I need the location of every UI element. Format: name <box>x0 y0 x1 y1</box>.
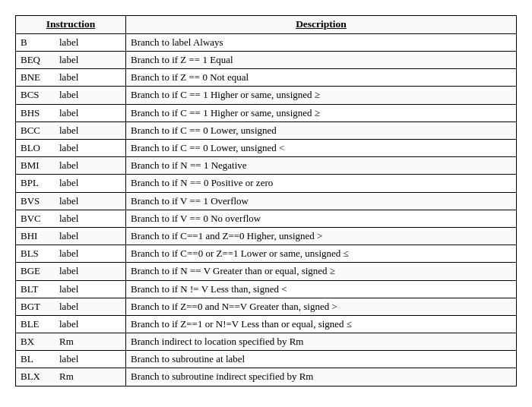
instruction-mnemonic: BMI <box>21 159 47 172</box>
table-row: BHSlabelBranch to if C == 1 Higher or sa… <box>16 104 517 121</box>
instruction-cell: BLSlabel <box>16 245 126 263</box>
instruction-cell: BLOlabel <box>16 140 126 157</box>
instruction-mnemonic: BHI <box>21 229 47 243</box>
description-cell: Branch to if Z == 1 Equal <box>126 52 517 69</box>
table-row: BGTlabelBranch to if Z==0 and N==V Great… <box>16 298 517 315</box>
description-cell: Branch to if C == 1 Higher or same, unsi… <box>126 87 517 104</box>
instruction-mnemonic: BLT <box>21 282 47 296</box>
description-cell: Branch to if Z==0 and N==V Greater than,… <box>126 298 517 315</box>
table-row: BNElabelBranch to if Z == 0 Not equal <box>16 69 517 87</box>
instruction-mnemonic: BNE <box>21 71 47 84</box>
table-row: BCClabelBranch to if C == 0 Lower, unsig… <box>16 121 517 139</box>
description-cell: Branch to if N == 0 Positive or zero <box>126 175 517 192</box>
instruction-operand: label <box>59 300 78 314</box>
instruction-operand: label <box>59 176 78 190</box>
description-cell: Branch to if C == 0 Lower, unsigned < <box>126 140 517 157</box>
instruction-cell: BGTlabel <box>16 298 126 315</box>
instruction-operand: label <box>59 106 78 120</box>
instruction-operand: label <box>59 194 78 208</box>
instruction-operand: label <box>59 317 78 331</box>
instruction-cell: BPLlabel <box>16 175 126 192</box>
instruction-mnemonic: BL <box>21 352 47 366</box>
instruction-operand: label <box>59 141 78 155</box>
instruction-cell: BEQlabel <box>16 52 126 69</box>
instruction-table: Instruction Description BlabelBranch to … <box>15 15 517 386</box>
description-cell: Branch to subroutine indirect specified … <box>126 368 517 386</box>
header-description: Description <box>126 16 517 34</box>
instruction-operand: label <box>59 247 78 260</box>
instruction-mnemonic: BLX <box>21 370 47 383</box>
instruction-cell: BHIlabel <box>16 227 126 245</box>
table-row: BHIlabelBranch to if C==1 and Z==0 Highe… <box>16 227 517 245</box>
instruction-cell: BLlabel <box>16 351 126 368</box>
instruction-cell: BNElabel <box>16 69 126 87</box>
instruction-mnemonic: BX <box>21 335 47 349</box>
instruction-mnemonic: BHS <box>21 106 47 120</box>
description-cell: Branch to subroutine at label <box>126 351 517 368</box>
instruction-operand: label <box>59 159 78 172</box>
instruction-operand: label <box>59 71 78 84</box>
description-cell: Branch to if V == 1 Overflow <box>126 192 517 210</box>
table-row: BLTlabelBranch to if N != V Less than, s… <box>16 280 517 298</box>
instruction-mnemonic: BGE <box>21 264 47 278</box>
description-cell: Branch to if Z==1 or N!=V Less than or e… <box>126 315 517 333</box>
description-cell: Branch to if Z == 0 Not equal <box>126 69 517 87</box>
instruction-cell: BLTlabel <box>16 280 126 298</box>
instruction-mnemonic: BLE <box>21 317 47 331</box>
instruction-cell: BHSlabel <box>16 104 126 121</box>
instruction-operand: label <box>59 212 78 226</box>
table-row: BLOlabelBranch to if C == 0 Lower, unsig… <box>16 140 517 157</box>
instruction-cell: Blabel <box>16 33 126 51</box>
table-row: BVSlabelBranch to if V == 1 Overflow <box>16 192 517 210</box>
instruction-mnemonic: BGT <box>21 300 47 314</box>
instruction-mnemonic: BCC <box>21 124 47 137</box>
instruction-cell: BXRm <box>16 333 126 351</box>
instruction-mnemonic: BEQ <box>21 53 47 67</box>
table-row: BVClabelBranch to if V == 0 No overflow <box>16 210 517 227</box>
table-row: BXRmBranch indirect to location specifie… <box>16 333 517 351</box>
instruction-mnemonic: BVS <box>21 194 47 208</box>
header-row: Instruction Description <box>16 16 517 34</box>
instruction-cell: BVSlabel <box>16 192 126 210</box>
instruction-operand: label <box>59 264 78 278</box>
table-row: BLSlabelBranch to if C==0 or Z==1 Lower … <box>16 245 517 263</box>
instruction-operand: Rm <box>59 370 74 383</box>
instruction-operand: label <box>59 53 78 67</box>
description-cell: Branch to if N == V Greater than or equa… <box>126 263 517 280</box>
instruction-mnemonic: BCS <box>21 88 47 102</box>
instruction-cell: BCSlabel <box>16 87 126 104</box>
table-row: BEQlabelBranch to if Z == 1 Equal <box>16 52 517 69</box>
instruction-cell: BGElabel <box>16 263 126 280</box>
instruction-operand: label <box>59 282 78 296</box>
header-instruction: Instruction <box>16 16 126 34</box>
description-cell: Branch to if C==1 and Z==0 Higher, unsig… <box>126 227 517 245</box>
table-row: BLElabelBranch to if Z==1 or N!=V Less t… <box>16 315 517 333</box>
table-row: BLlabelBranch to subroutine at label <box>16 351 517 368</box>
instruction-cell: BMIlabel <box>16 157 126 175</box>
table-row: BCSlabelBranch to if C == 1 Higher or sa… <box>16 87 517 104</box>
description-cell: Branch to if N == 1 Negative <box>126 157 517 175</box>
instruction-mnemonic: BVC <box>21 212 47 226</box>
instruction-operand: label <box>59 36 78 49</box>
table-row: BPLlabelBranch to if N == 0 Positive or … <box>16 175 517 192</box>
description-cell: Branch to label Always <box>126 33 517 51</box>
description-cell: Branch indirect to location specified by… <box>126 333 517 351</box>
instruction-cell: BLElabel <box>16 315 126 333</box>
instruction-operand: label <box>59 124 78 137</box>
table-row: BlabelBranch to label Always <box>16 33 517 51</box>
instruction-mnemonic: B <box>21 36 47 49</box>
instruction-operand: label <box>59 352 78 366</box>
instruction-operand: label <box>59 229 78 243</box>
table-row: BLXRmBranch to subroutine indirect speci… <box>16 368 517 386</box>
instruction-cell: BLXRm <box>16 368 126 386</box>
instruction-operand: Rm <box>59 335 74 349</box>
instruction-mnemonic: BLS <box>21 247 47 260</box>
instruction-cell: BVClabel <box>16 210 126 227</box>
main-container: Instruction Description BlabelBranch to … <box>15 15 517 386</box>
instruction-cell: BCClabel <box>16 121 126 139</box>
description-cell: Branch to if V == 0 No overflow <box>126 210 517 227</box>
instruction-operand: label <box>59 88 78 102</box>
description-cell: Branch to if C == 1 Higher or same, unsi… <box>126 104 517 121</box>
instruction-mnemonic: BLO <box>21 141 47 155</box>
table-row: BMIlabelBranch to if N == 1 Negative <box>16 157 517 175</box>
